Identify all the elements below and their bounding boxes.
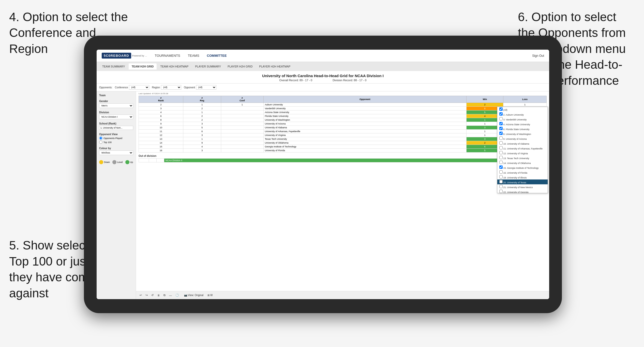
colour-by-select[interactable]: Win/loss [99, 150, 133, 155]
tab-team-summary[interactable]: TEAM SUMMARY [99, 63, 128, 70]
undo-button[interactable]: ↩ [139, 293, 143, 297]
table-row: 93 University of Arizona 10 [139, 122, 547, 126]
copy-button[interactable]: ⧉ [162, 293, 167, 297]
team-label: Team [99, 94, 133, 97]
redo-button[interactable]: ↪ [144, 293, 149, 297]
logo: 5C0REBOARD [102, 53, 131, 59]
dropdown-item-oklahoma[interactable]: 14. University of Oklahoma [497, 160, 548, 165]
dropdown-item-florida[interactable]: 16. University of Florida [497, 170, 548, 175]
checkbox-florida[interactable] [499, 170, 503, 174]
dropdown-item-arkansas[interactable]: 11. University of Arkansas, Fayetteville [497, 146, 548, 150]
checkbox-arizona-state[interactable] [499, 122, 503, 125]
dropdown-item-auburn[interactable]: 2. Auburn University [497, 112, 548, 117]
checkbox-florida-state[interactable] [499, 127, 503, 130]
dropdown-item-vanderbilt[interactable]: 3. Vanderbilt University [497, 117, 548, 121]
last-updated: Last Updated: 4/7/2024 16:55:38 [139, 91, 547, 96]
sign-out[interactable]: Sign Out [532, 54, 544, 58]
clock-button[interactable]: 🕐 [174, 293, 180, 297]
opponent-view-label: Opponent View [99, 133, 133, 136]
region-select[interactable]: (All) [161, 85, 181, 90]
legend: Down Level Up [99, 158, 133, 166]
top-nav-links: TOURNAMENTS TEAMS COMMITTEE [155, 53, 532, 59]
dash-button[interactable]: — [168, 293, 173, 297]
dropdown-item-georgia-tech[interactable]: 15. Georgia Institute of Technology [497, 165, 548, 170]
opponents-played-radio-input[interactable] [99, 136, 102, 140]
dropdown-item-washington[interactable]: 8. University of Washington [497, 131, 548, 136]
top-100-radio[interactable]: Top 100 [99, 141, 133, 144]
checkbox-washington[interactable] [499, 132, 503, 135]
refresh-button[interactable]: ↺ [150, 293, 155, 297]
checkbox-texas[interactable] [499, 180, 503, 183]
conference-select[interactable]: (All) [129, 85, 149, 90]
dropdown-item-florida-state[interactable]: 6. Florida State University [497, 126, 548, 131]
opponent-view-section: Opponent View Opponents Played Top 100 [99, 133, 133, 144]
tablet-screen: 5C0REBOARD Powered by … TOURNAMENTS TEAM… [97, 50, 549, 299]
view-label: 📷 View: Original [184, 294, 203, 297]
gender-select[interactable]: Men's [99, 103, 133, 108]
table-container: Last Updated: 4/7/2024 16:55:38 #Rank #R… [136, 91, 549, 291]
pause-button[interactable]: ⏸ [156, 293, 161, 297]
checkbox-arizona[interactable] [499, 136, 503, 140]
dropdown-item-arizona-state[interactable]: 4. Arizona State University [497, 121, 548, 126]
legend-up-label: Up [130, 161, 133, 163]
checkbox-new-mexico[interactable] [499, 185, 503, 188]
tab-team-h2h-heatmap[interactable]: TEAM H2H HEATMAP [157, 63, 191, 70]
division-select[interactable]: NCAA Division I [99, 115, 133, 119]
out-of-div-row: NCAA Division II 1 0 [139, 159, 547, 162]
checkbox-auburn[interactable] [499, 112, 503, 116]
school-input[interactable] [99, 126, 133, 130]
logo-sub: Powered by … [132, 54, 147, 57]
opponents-played-radio[interactable]: Opponents Played [99, 136, 133, 140]
checkbox-arkansas[interactable] [499, 146, 503, 149]
checkbox-georgia[interactable] [499, 190, 503, 193]
opponent-dropdown[interactable]: (All) 2. Auburn University 3. Vanderbilt… [497, 107, 548, 193]
opponent-select[interactable]: (All) [196, 85, 216, 90]
school-label: School (Rank) [99, 122, 133, 125]
checkbox-all[interactable] [499, 107, 503, 111]
nav-tournaments[interactable]: TOURNAMENTS [155, 53, 180, 59]
checkbox-oklahoma[interactable] [499, 161, 503, 164]
checkbox-alabama[interactable] [499, 141, 503, 145]
filter-row: Opponents: Conference (All) Region (All)… [97, 84, 549, 91]
dropdown-item-alabama[interactable]: 10. University of Alabama [497, 141, 548, 146]
table-row: 116 University of Arkansas, Fayetteville… [139, 130, 547, 133]
legend-down-dot [99, 160, 103, 164]
dropdown-item-virginia[interactable]: 12. University of Virginia [497, 150, 548, 155]
tab-player-summary[interactable]: PLAYER SUMMARY [192, 63, 224, 70]
col-loss: Loss [503, 96, 547, 103]
tab-team-h2h-grid[interactable]: TEAM H2H GRID [129, 63, 157, 70]
checkbox-vanderbilt[interactable] [499, 117, 503, 120]
dropdown-item-georgia[interactable]: 22. University of Georgia [497, 189, 548, 193]
dropdown-item-illinois[interactable]: 18. University of Illinois [497, 175, 548, 179]
legend-down-label: Down [104, 161, 110, 163]
dropdown-item-arizona[interactable]: 9. University of Arizona [497, 136, 548, 141]
checkbox-texas-tech[interactable] [499, 156, 503, 159]
nav-teams[interactable]: TEAMS [188, 53, 199, 59]
tab-player-h2h-grid[interactable]: PLAYER H2H GRID [224, 63, 256, 70]
top-100-radio-input[interactable] [99, 141, 102, 144]
dropdown-item-texas-tech[interactable]: 13. Texas Tech University [497, 155, 548, 160]
legend-level-dot [112, 160, 116, 164]
division-label: Division [99, 111, 133, 114]
nav-committee[interactable]: COMMITTEE [207, 53, 227, 59]
checkbox-georgia-tech[interactable] [499, 165, 503, 169]
top-nav: 5C0REBOARD Powered by … TOURNAMENTS TEAM… [97, 50, 549, 62]
main-table: #Rank #Reg #Conf Opponent Win Loss 211 [139, 96, 547, 152]
opponent-view-radios: Opponents Played Top 100 [99, 136, 133, 144]
legend-level: Level [112, 160, 123, 164]
checkbox-virginia[interactable] [499, 151, 503, 154]
table-row: 32 Vanderbilt University 04 [139, 107, 547, 110]
report-body: Team Gender Men's Division NCAA Division… [97, 91, 549, 299]
team-section: Team [99, 94, 133, 97]
width-label: ⊞ W [207, 294, 213, 297]
checkbox-illinois[interactable] [499, 175, 503, 178]
dropdown-item-new-mexico[interactable]: 21. University of New Mexico [497, 184, 548, 189]
gender-section: Gender Men's [99, 100, 133, 108]
opponent-label: Opponent [184, 86, 195, 89]
table-row: 82 University of Washington 10 [139, 118, 547, 122]
dropdown-item-texas[interactable]: 20. University of Texas [497, 179, 548, 184]
tab-player-h2h-heatmap[interactable]: PLAYER H2H HEATMAP [256, 63, 293, 70]
dropdown-item-all[interactable]: (All) [497, 107, 548, 112]
out-of-division-table: NCAA Division II 1 0 [139, 158, 547, 162]
col-opponent: Opponent [263, 96, 466, 103]
